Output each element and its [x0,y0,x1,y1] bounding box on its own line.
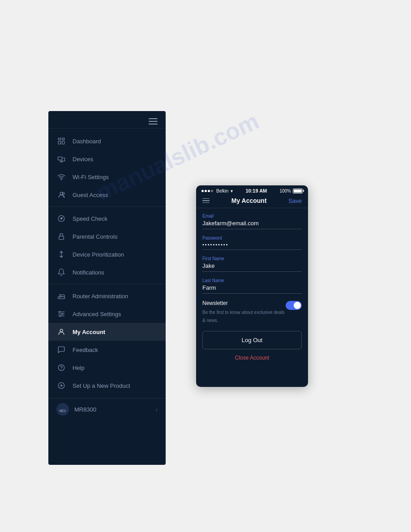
sidebar-item-router-admin[interactable]: Router Administration [48,287,166,305]
sidebar-header [48,111,166,129]
sidebar-item-label-notifications: Notifications [73,269,104,276]
newsletter-toggle[interactable] [286,301,302,310]
newsletter-text: Newsletter Be the first to know about ex… [202,300,286,324]
battery-bar [293,189,303,193]
svg-rect-0 [58,138,60,140]
battery-fill [294,189,302,193]
sidebar-item-label-speed: Speed Check [73,215,107,222]
guest-icon [56,190,66,200]
sidebar-item-label-advanced: Advanced Settings [73,311,121,317]
sidebar-item-setup[interactable]: Set Up a New Product [48,377,166,395]
devices-icon [56,154,66,164]
battery-percent: 100% [279,189,291,193]
svg-point-22 [60,315,61,317]
toggle-knob [294,302,301,309]
signal-dot-4 [211,190,213,192]
password-label: Password [202,236,302,240]
sidebar-item-speed[interactable]: Speed Check [48,210,166,227]
sidebar-item-feedback[interactable]: Feedback [48,341,166,359]
password-field: Password •••••••••• [202,236,302,250]
priority-icon [56,249,66,259]
email-field: Email Jakefarm@email.com [202,214,302,229]
sidebar-item-account[interactable]: My Account [48,323,166,341]
speed-icon [56,214,66,223]
svg-rect-12 [59,236,64,240]
svg-point-24 [58,365,64,371]
sidebar-item-label-router-admin: Router Administration [73,293,128,300]
newsletter-row: Newsletter Be the first to know about ex… [202,300,302,324]
signal-dot-3 [208,190,210,192]
status-time: 10:19 AM [245,188,267,193]
svg-rect-1 [62,138,64,140]
sidebar-item-notifications[interactable]: Notifications [48,263,166,281]
email-label: Email [202,214,302,219]
sidebar-item-label-account: My Account [73,329,105,335]
svg-point-21 [62,313,63,315]
device-row[interactable]: MR8300 › [48,398,166,420]
device-name: MR8300 [74,406,96,413]
account-phone: Belkin ▾ 10:19 AM 100% My Account Save E… [196,185,308,387]
router-admin-icon [56,291,66,301]
phone-hamburger-icon[interactable] [202,198,210,203]
sidebar-item-label-help: Help [73,365,85,371]
account-form: Email Jakefarm@email.com Password ••••••… [196,208,308,371]
newsletter-label: Newsletter [202,300,286,306]
signal-dot-1 [201,190,204,192]
sidebar-item-advanced[interactable]: Advanced Settings [48,305,166,323]
sidebar-item-dashboard[interactable]: Dashboard [48,132,166,150]
account-icon [56,327,66,337]
svg-point-7 [61,179,62,180]
password-value[interactable]: •••••••••• [202,242,302,250]
status-bar: Belkin ▾ 10:19 AM 100% [196,185,308,195]
first-name-label: First Name [202,256,302,261]
wifi-status-icon: ▾ [231,189,233,193]
sidebar-item-label-devices: Devices [73,156,93,163]
svg-rect-4 [58,157,62,160]
svg-rect-2 [58,141,60,144]
sidebar-item-devices[interactable]: Devices [48,150,166,168]
nav-items: Dashboard Devices Wi-Fi Settings Guest A… [48,129,166,398]
sidebar-phone: Dashboard Devices Wi-Fi Settings Guest A… [48,111,166,465]
svg-point-30 [60,411,61,411]
device-chevron-icon: › [156,406,158,413]
sidebar-item-label-dashboard: Dashboard [73,138,101,145]
email-value[interactable]: Jakefarm@email.com [202,220,302,229]
logout-button[interactable]: Log Out [202,331,302,349]
save-button[interactable]: Save [288,197,302,204]
device-avatar [56,403,69,416]
status-dots [201,190,213,192]
svg-point-20 [59,311,60,313]
bell-icon [56,267,66,277]
sidebar-item-help[interactable]: Help [48,359,166,377]
svg-point-23 [60,329,63,332]
advanced-settings-icon [56,309,66,319]
sidebar-item-wifi[interactable]: Wi-Fi Settings [48,168,166,186]
sidebar-item-priority[interactable]: Device Prioritization [48,245,166,263]
feedback-icon [56,345,66,355]
status-right: 100% [279,189,303,193]
hamburger-icon[interactable] [149,118,158,124]
last-name-label: Last Name [202,278,302,283]
nav-divider-2 [48,284,166,284]
sidebar-item-label-wifi: Wi-Fi Settings [73,174,109,180]
svg-point-31 [62,411,62,411]
svg-rect-3 [62,141,64,144]
newsletter-description: Be the first to know about exclusive dea… [202,310,284,323]
help-icon [56,363,66,373]
nav-divider-1 [48,206,166,207]
dashboard-icon [56,136,66,146]
svg-point-11 [61,218,62,219]
sidebar-item-label-guest: Guest Access [73,192,108,198]
sidebar-item-parental[interactable]: Parental Controls [48,227,166,245]
screen-title: My Account [231,197,267,204]
first-name-field: First Name Jake [202,256,302,272]
sidebar-item-guest[interactable]: Guest Access [48,186,166,204]
first-name-value[interactable]: Jake [202,262,302,272]
sidebar-item-label-priority: Device Prioritization [73,251,124,258]
sidebar-item-label-feedback: Feedback [73,347,98,353]
carrier-name: Belkin [216,189,228,193]
signal-dot-2 [205,190,207,192]
last-name-value[interactable]: Farm [202,284,302,294]
close-account-link[interactable]: Close Account [202,355,302,365]
wifi-icon [56,172,66,182]
